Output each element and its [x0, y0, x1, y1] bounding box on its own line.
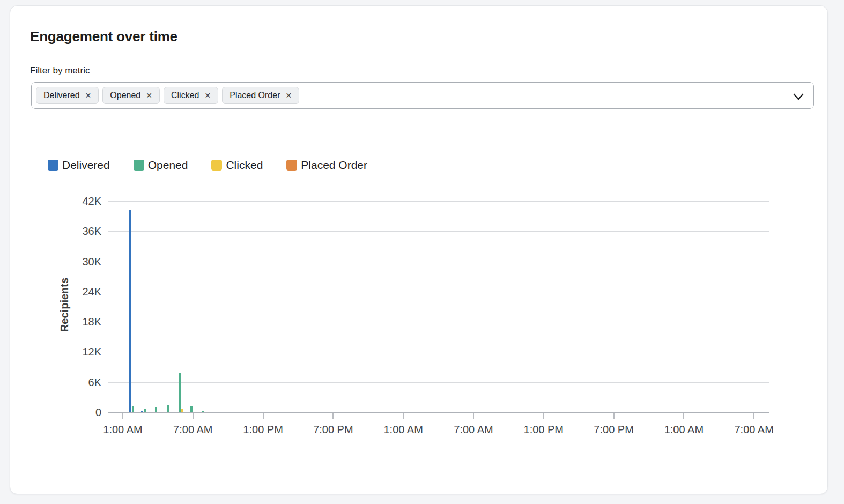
bar-opened — [213, 412, 216, 413]
x-tick-label: 1:00 PM — [512, 424, 576, 436]
bar-opened — [190, 406, 193, 412]
gridline — [108, 262, 769, 262]
bar-clicked — [181, 409, 183, 412]
bar-opened — [132, 406, 134, 412]
gridline — [108, 292, 769, 292]
bar-opened — [167, 405, 169, 412]
x-tick-mark — [193, 413, 194, 419]
bar-opened — [179, 373, 181, 412]
x-tick-mark — [613, 413, 615, 419]
y-tick-label: 0 — [58, 405, 101, 419]
x-tick-mark — [543, 413, 544, 419]
bar-opened — [155, 407, 157, 412]
y-tick-label: 30K — [58, 255, 101, 269]
x-tick-label: 1:00 AM — [651, 424, 716, 436]
x-tick-label: 1:00 AM — [91, 424, 155, 436]
y-tick-label: 6K — [58, 375, 101, 389]
x-tick-label: 7:00 AM — [161, 424, 225, 436]
x-tick-label: 7:00 PM — [301, 424, 365, 436]
x-tick-label: 7:00 PM — [582, 424, 646, 436]
x-tick-mark — [473, 413, 474, 419]
x-tick-label: 1:00 PM — [231, 424, 295, 436]
bar-delivered — [129, 210, 131, 412]
gridline — [108, 322, 769, 322]
x-tick-mark — [683, 413, 684, 419]
y-tick-label: 12K — [58, 345, 101, 359]
engagement-bar-chart: Recipients 42K36K30K24K18K12K6K01:00 AM7… — [10, 6, 828, 495]
x-tick-mark — [332, 413, 334, 419]
x-tick-mark — [263, 413, 264, 419]
x-tick-mark — [403, 413, 404, 419]
x-tick-label: 1:00 AM — [371, 424, 435, 436]
x-tick-mark — [753, 413, 754, 419]
gridline — [108, 201, 769, 202]
bar-delivered — [141, 411, 143, 412]
bar-opened — [144, 409, 146, 412]
x-tick-label: 7:00 AM — [722, 424, 786, 436]
gridline — [108, 352, 769, 352]
bar-opened — [202, 411, 204, 412]
y-tick-label: 36K — [58, 224, 101, 238]
engagement-card: Engagement over time Filter by metric De… — [10, 5, 828, 494]
x-axis-baseline — [108, 412, 769, 413]
gridline — [108, 231, 769, 232]
x-tick-mark — [122, 413, 123, 419]
gridline — [108, 382, 769, 383]
y-tick-label: 24K — [58, 285, 101, 299]
x-tick-label: 7:00 AM — [441, 424, 506, 436]
y-tick-label: 42K — [58, 194, 101, 208]
y-tick-label: 18K — [58, 315, 101, 329]
